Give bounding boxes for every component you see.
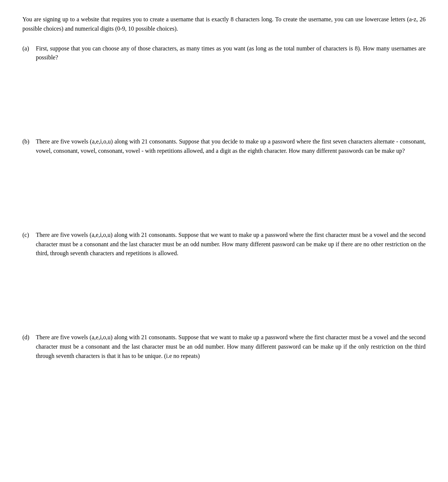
problem-text-d: There are five vowels (a,e,i,o,u) along … xyxy=(36,333,426,361)
problem-item-b: (b) There are five vowels (a,e,i,o,u) al… xyxy=(22,137,426,231)
problem-content-b: There are five vowels (a,e,i,o,u) along … xyxy=(36,137,426,231)
problem-label-d: (d) xyxy=(22,333,36,342)
intro-paragraph: You are signing up to a website that req… xyxy=(22,15,426,34)
problem-label-a: (a) xyxy=(22,44,36,53)
answer-space-b xyxy=(36,156,426,231)
problem-item-a: (a) First, suppose that you can choose a… xyxy=(22,44,426,138)
problem-item-d: (d) There are five vowels (a,e,i,o,u) al… xyxy=(22,333,426,361)
problem-label-c: (c) xyxy=(22,231,36,240)
answer-space-c xyxy=(36,258,426,333)
problem-item-c: (c) There are five vowels (a,e,i,o,u) al… xyxy=(22,231,426,333)
answer-space-a xyxy=(36,62,426,137)
problem-text-c: There are five vowels (a,e,i,o,u) along … xyxy=(36,231,426,258)
problem-list: (a) First, suppose that you can choose a… xyxy=(22,44,426,361)
problem-label-b: (b) xyxy=(22,137,36,146)
problem-text-a: First, suppose that you can choose any o… xyxy=(36,44,426,63)
problem-text-b: There are five vowels (a,e,i,o,u) along … xyxy=(36,137,426,156)
problem-content-d: There are five vowels (a,e,i,o,u) along … xyxy=(36,333,426,361)
problem-content-c: There are five vowels (a,e,i,o,u) along … xyxy=(36,231,426,333)
problem-content-a: First, suppose that you can choose any o… xyxy=(36,44,426,138)
